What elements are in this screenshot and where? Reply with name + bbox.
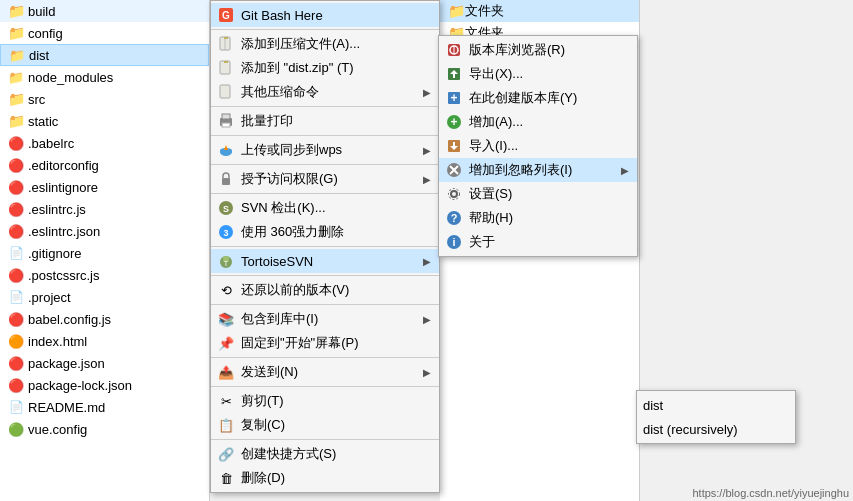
sidebar-item-build[interactable]: 📁 build: [0, 0, 209, 22]
submenu-arrow: ▶: [423, 314, 431, 325]
menu-item-other-compress[interactable]: 其他压缩命令 ▶: [211, 80, 439, 104]
menu-separator: [211, 193, 439, 194]
cloud-icon: [217, 141, 235, 159]
menu-item-cut[interactable]: ✂ 剪切(T): [211, 389, 439, 413]
sidebar-item-eslintrc-js[interactable]: 🔴 .eslintrc.js: [0, 198, 209, 220]
file-icon: 🔴: [8, 179, 24, 195]
undo-icon: ⟲: [217, 281, 235, 299]
lock-icon: [217, 170, 235, 188]
svg-rect-3: [224, 37, 228, 39]
svg-text:3: 3: [223, 228, 228, 238]
menu-item-include-in-library[interactable]: 📚 包含到库中(I) ▶: [211, 307, 439, 331]
sidebar-item-dist[interactable]: 📁 dist: [0, 44, 209, 66]
menu-item-svn-checkout[interactable]: S SVN 检出(K)...: [211, 196, 439, 220]
menu-item-export[interactable]: 导出(X)...: [439, 62, 637, 86]
menu-item-git-bash[interactable]: G Git Bash Here: [211, 3, 439, 27]
menu-item-pin-to-start[interactable]: 📌 固定到"开始"屏幕(P): [211, 331, 439, 355]
svg-text:T: T: [224, 259, 229, 268]
add-icon: +: [445, 113, 463, 131]
svg-text:+: +: [450, 91, 457, 105]
menu-item-grant-access[interactable]: 授予访问权限(G) ▶: [211, 167, 439, 191]
zip-icon: [217, 59, 235, 77]
menu-item-upload-wps[interactable]: 上传或同步到wps ▶: [211, 138, 439, 162]
folder-icon: 📁: [8, 25, 24, 41]
menu-item-ignore-dist[interactable]: dist: [637, 393, 795, 417]
menu-item-tortoise-svn[interactable]: T TortoiseSVN ▶: [211, 249, 439, 273]
folder-icon: 📁: [9, 47, 25, 63]
svg-text:?: ?: [451, 212, 458, 224]
svg-marker-14: [224, 145, 228, 150]
menu-item-about[interactable]: i 关于: [439, 230, 637, 254]
menu-separator: [211, 164, 439, 165]
menu-item-create-repo[interactable]: + 在此创建版本库(Y): [439, 86, 637, 110]
menu-item-add-dist-zip[interactable]: 添加到 "dist.zip" (T): [211, 56, 439, 80]
svg-text:+: +: [450, 115, 457, 129]
send-icon: 📤: [217, 363, 235, 381]
menu-item-create-shortcut[interactable]: 🔗 创建快捷方式(S): [211, 442, 439, 466]
export-icon: [445, 65, 463, 83]
menu-item-ignore-dist-recursively[interactable]: dist (recursively): [637, 417, 795, 441]
create-icon: +: [445, 89, 463, 107]
menu-separator: [211, 275, 439, 276]
cut-icon: ✂: [217, 392, 235, 410]
context-menu-level2: 版本库浏览器(R) 导出(X)... + 在此创建版本库(Y) + 增加(A).…: [438, 35, 638, 257]
menu-separator: [211, 386, 439, 387]
sidebar-item-babelrc[interactable]: 🔴 .babelrc: [0, 132, 209, 154]
sidebar-item-gitignore[interactable]: 📄 .gitignore: [0, 242, 209, 264]
sidebar-item-vue-config[interactable]: 🟢 vue.config: [0, 418, 209, 440]
360-icon: 3: [217, 223, 235, 241]
file-list-item[interactable]: 📁 文件夹: [440, 0, 639, 22]
sidebar-item-eslintignore[interactable]: 🔴 .eslintignore: [0, 176, 209, 198]
file-icon: 🔴: [8, 157, 24, 173]
svg-rect-6: [224, 61, 228, 63]
ignore-icon: [445, 161, 463, 179]
menu-item-copy[interactable]: 📋 复制(C): [211, 413, 439, 437]
sidebar-item-package-json[interactable]: 🔴 package.json: [0, 352, 209, 374]
menu-item-add-archive[interactable]: 添加到压缩文件(A)...: [211, 32, 439, 56]
pin-icon: 📌: [217, 334, 235, 352]
menu-item-add[interactable]: + 增加(A)...: [439, 110, 637, 134]
menu-item-repo-browser[interactable]: 版本库浏览器(R): [439, 38, 637, 62]
svg-rect-7: [220, 85, 230, 98]
about-icon: i: [445, 233, 463, 251]
folder-icon: 📁: [8, 113, 24, 129]
menu-separator: [211, 106, 439, 107]
library-icon: 📚: [217, 310, 235, 328]
menu-item-360-delete[interactable]: 3 使用 360强力删除: [211, 220, 439, 244]
git-icon: G: [217, 6, 235, 24]
settings-icon: [445, 185, 463, 203]
menu-item-delete[interactable]: 🗑 删除(D): [211, 466, 439, 490]
menu-item-settings[interactable]: 设置(S): [439, 182, 637, 206]
sidebar-item-package-lock[interactable]: 🔴 package-lock.json: [0, 374, 209, 396]
menu-item-send-to[interactable]: 📤 发送到(N) ▶: [211, 360, 439, 384]
sidebar-item-node-modules[interactable]: 📁 node_modules: [0, 66, 209, 88]
sidebar-item-readme[interactable]: 📄 README.md: [0, 396, 209, 418]
menu-item-import[interactable]: 导入(I)...: [439, 134, 637, 158]
sidebar-item-project[interactable]: 📄 .project: [0, 286, 209, 308]
sidebar-item-postcssrc[interactable]: 🔴 .postcssrc.js: [0, 264, 209, 286]
sidebar-item-src[interactable]: 📁 src: [0, 88, 209, 110]
submenu-arrow: ▶: [423, 367, 431, 378]
menu-separator: [211, 304, 439, 305]
sidebar-item-editorconfig[interactable]: 🔴 .editorconfig: [0, 154, 209, 176]
sidebar-item-eslintrc-json[interactable]: 🔴 .eslintrc.json: [0, 220, 209, 242]
svg-rect-9: [222, 114, 230, 119]
menu-item-help[interactable]: ? 帮助(H): [439, 206, 637, 230]
svg-rect-10: [222, 123, 230, 127]
repo-icon: [445, 41, 463, 59]
menu-separator: [211, 135, 439, 136]
svg-rect-15: [222, 178, 230, 185]
file-icon: 🔴: [8, 135, 24, 151]
sidebar-item-static[interactable]: 📁 static: [0, 110, 209, 132]
submenu-arrow: ▶: [423, 256, 431, 267]
sidebar-item-babel-config[interactable]: 🔴 babel.config.js: [0, 308, 209, 330]
sidebar-item-config[interactable]: 📁 config: [0, 22, 209, 44]
file-icon: 🔴: [8, 311, 24, 327]
svg-point-37: [451, 191, 457, 197]
menu-item-batch-print[interactable]: 批量打印: [211, 109, 439, 133]
file-icon: 🔴: [8, 267, 24, 283]
menu-item-restore-previous[interactable]: ⟲ 还原以前的版本(V): [211, 278, 439, 302]
zip-icon: [217, 83, 235, 101]
sidebar-item-index-html[interactable]: 🟠 index.html: [0, 330, 209, 352]
menu-item-add-to-ignore[interactable]: 增加到忽略列表(I) ▶: [439, 158, 637, 182]
